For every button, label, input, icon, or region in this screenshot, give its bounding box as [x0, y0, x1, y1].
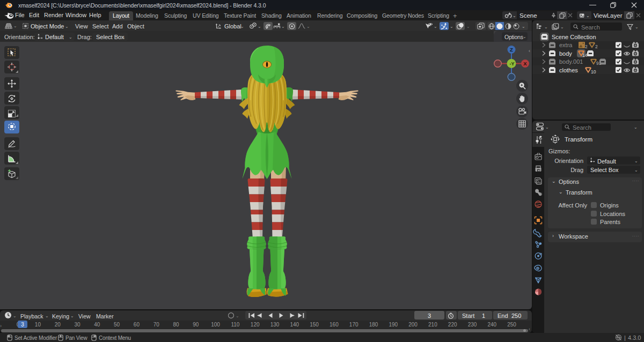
svg-text:Scene Collection: Scene Collection	[552, 34, 596, 40]
svg-text:14: 14	[582, 53, 588, 58]
svg-text:body: body	[559, 50, 572, 57]
svg-text:extra: extra	[559, 42, 573, 48]
svg-text:X: X	[523, 61, 527, 66]
svg-text:10: 10	[591, 69, 596, 75]
svg-text:Z: Z	[510, 47, 513, 53]
svg-text:2: 2	[595, 44, 598, 49]
svg-text:-Y: -Y	[510, 61, 515, 66]
svg-text:clothes: clothes	[559, 67, 578, 73]
svg-text:2: 2	[585, 44, 588, 49]
svg-text:body.001: body.001	[559, 58, 583, 65]
